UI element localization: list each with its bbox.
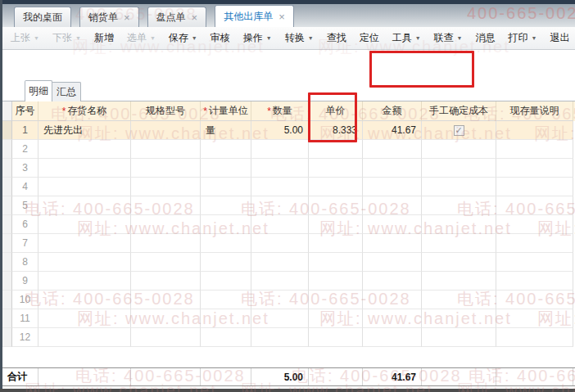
cell-name[interactable]: 先进先出 [38, 121, 131, 140]
cell-price[interactable] [309, 234, 363, 253]
cell-manual[interactable] [422, 291, 496, 309]
cell-name[interactable] [38, 291, 131, 309]
chevron-down-icon[interactable]: ▼ [192, 35, 197, 41]
cell-unit[interactable]: 量 [201, 121, 251, 140]
cell-qty[interactable] [251, 328, 309, 347]
cell-spec[interactable] [131, 272, 201, 291]
chevron-down-icon[interactable]: ▼ [415, 35, 421, 41]
cell-no[interactable]: 11 [12, 309, 38, 328]
toolbar-5[interactable]: 审核 [204, 31, 237, 45]
cell-unit[interactable] [201, 291, 251, 309]
cell-price[interactable] [309, 291, 363, 309]
chevron-down-icon[interactable]: ▼ [457, 35, 463, 41]
cell-manual[interactable] [422, 159, 496, 178]
tab-summary[interactable]: 汇总 [52, 82, 81, 101]
cell-spec[interactable] [131, 328, 201, 347]
cell-price[interactable] [309, 159, 363, 178]
cell-amount[interactable] [363, 178, 422, 196]
cell-name[interactable] [38, 178, 131, 196]
cell-qty[interactable] [251, 291, 309, 309]
cell-name[interactable] [38, 272, 131, 291]
cell-note[interactable] [496, 253, 573, 272]
cell-qty[interactable] [251, 196, 309, 215]
cell-unit[interactable] [201, 234, 251, 253]
cell-note[interactable] [496, 291, 573, 309]
cell-spec[interactable] [131, 159, 201, 178]
cell-spec[interactable] [131, 196, 201, 215]
cell-name[interactable] [38, 328, 131, 347]
cell-spec[interactable] [131, 309, 201, 328]
close-icon[interactable]: × [278, 11, 285, 22]
cell-qty[interactable] [251, 272, 309, 291]
cell-qty[interactable] [251, 215, 309, 234]
cell-spec[interactable] [131, 234, 201, 253]
cell-manual[interactable] [422, 234, 496, 253]
cell-note[interactable] [496, 328, 573, 347]
toolbar-9[interactable]: 定位 [353, 31, 386, 45]
cell-amount[interactable] [363, 234, 422, 253]
cell-name[interactable] [38, 309, 131, 328]
tab-detail[interactable]: 明细 [25, 80, 52, 101]
cell-no[interactable]: 5 [12, 196, 38, 215]
cell-qty[interactable] [251, 140, 309, 159]
cell-price[interactable] [309, 215, 363, 234]
cell-unit[interactable] [201, 272, 251, 291]
cell-manual[interactable]: ✓ [422, 121, 496, 140]
cell-amount[interactable] [363, 196, 422, 215]
toolbar-7[interactable]: 转换▼ [278, 31, 320, 45]
cell-price[interactable] [309, 196, 363, 215]
cell-no[interactable]: 4 [12, 178, 38, 196]
cell-amount[interactable] [363, 215, 422, 234]
cell-amount[interactable] [363, 140, 422, 159]
cell-price[interactable] [309, 253, 363, 272]
close-icon[interactable]: × [124, 12, 130, 23]
cell-price[interactable] [309, 272, 363, 291]
cell-spec[interactable] [131, 140, 201, 159]
cell-qty[interactable]: 5.00 [251, 121, 309, 140]
cell-no[interactable]: 12 [12, 328, 38, 347]
close-icon[interactable]: × [192, 12, 198, 23]
toolbar-8[interactable]: 查找 [320, 31, 353, 45]
cell-spec[interactable] [131, 253, 201, 272]
cell-amount[interactable] [363, 253, 422, 272]
cell-amount[interactable] [363, 159, 422, 178]
cell-qty[interactable] [251, 159, 309, 178]
cell-qty[interactable] [251, 253, 309, 272]
cell-amount[interactable] [363, 309, 422, 328]
cell-manual[interactable] [422, 272, 496, 291]
cell-unit[interactable] [201, 253, 251, 272]
manual-cost-checkbox[interactable]: ✓ [454, 125, 464, 136]
cell-spec[interactable] [131, 291, 201, 309]
cell-manual[interactable] [422, 253, 496, 272]
cell-note[interactable] [496, 178, 573, 196]
toolbar-10[interactable]: 工具▼ [386, 31, 428, 45]
cell-no[interactable]: 3 [12, 159, 38, 178]
toolbar-12[interactable]: 消息 [469, 31, 502, 45]
cell-no[interactable]: 1 [12, 121, 38, 140]
cell-qty[interactable] [251, 234, 309, 253]
toolbar-13[interactable]: 打印▼ [502, 31, 544, 45]
cell-unit[interactable] [201, 159, 251, 178]
cell-manual[interactable] [422, 140, 496, 159]
cell-no[interactable]: 2 [12, 140, 38, 159]
doctab-2[interactable]: 盘点单× [147, 7, 207, 27]
chevron-down-icon[interactable]: ▼ [532, 35, 537, 41]
cell-note[interactable] [496, 309, 573, 328]
cell-no[interactable]: 8 [12, 253, 38, 272]
cell-no[interactable]: 10 [12, 291, 38, 309]
cell-unit[interactable] [201, 140, 251, 159]
toolbar-11[interactable]: 联查▼ [428, 31, 469, 45]
chevron-down-icon[interactable]: ▼ [266, 35, 272, 41]
cell-unit[interactable] [201, 309, 251, 328]
cell-qty[interactable] [251, 178, 309, 196]
cell-manual[interactable] [422, 178, 496, 196]
cell-unit[interactable] [201, 196, 251, 215]
toolbar-6[interactable]: 操作▼ [237, 31, 278, 45]
cell-amount[interactable] [363, 291, 422, 309]
cell-note[interactable] [496, 234, 573, 253]
cell-manual[interactable] [422, 215, 496, 234]
chevron-down-icon[interactable]: ▼ [308, 35, 314, 41]
cell-unit[interactable] [201, 328, 251, 347]
cell-qty[interactable] [251, 309, 309, 328]
cell-unit[interactable] [201, 178, 251, 196]
